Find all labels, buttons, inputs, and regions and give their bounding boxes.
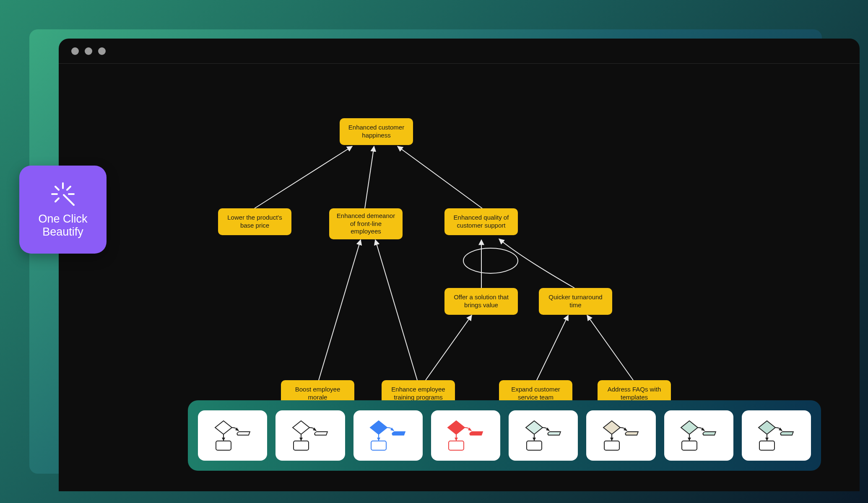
svg-line-11 xyxy=(67,187,70,190)
theme-preview-icon xyxy=(285,417,335,454)
svg-marker-45 xyxy=(610,438,613,441)
node-label: Offer a solution that brings value xyxy=(450,293,513,309)
theme-preview-icon xyxy=(673,417,724,454)
svg-rect-28 xyxy=(371,441,386,450)
sparkle-wand-icon xyxy=(49,181,76,207)
node-label: Address FAQs with templates xyxy=(603,386,666,402)
node-root[interactable]: Enhanced customer happiness xyxy=(340,118,413,145)
svg-line-5 xyxy=(319,240,361,380)
theme-tile-seafoam[interactable] xyxy=(742,410,811,461)
svg-line-2 xyxy=(398,146,482,208)
theme-tile-beige[interactable] xyxy=(586,410,655,461)
svg-rect-18 xyxy=(216,441,231,450)
badge-line2: Beautify xyxy=(42,226,83,239)
svg-marker-55 xyxy=(765,438,769,441)
svg-rect-43 xyxy=(604,441,619,450)
svg-marker-47 xyxy=(681,421,698,434)
node-label: Enhanced quality of customer support xyxy=(450,214,513,230)
node-label: Boost employee morale xyxy=(286,386,349,402)
titlebar xyxy=(59,39,860,64)
svg-line-8 xyxy=(537,315,568,380)
svg-rect-48 xyxy=(682,441,697,450)
svg-line-9 xyxy=(587,315,633,380)
badge-line1: One Click xyxy=(38,213,87,226)
svg-marker-22 xyxy=(293,421,309,434)
theme-preview-icon xyxy=(751,417,801,454)
theme-preview-icon xyxy=(596,417,646,454)
window-dot-max[interactable] xyxy=(98,47,106,55)
node-label: Enhance employee training programs xyxy=(387,386,450,402)
node-label: Expand customer service team xyxy=(504,386,567,402)
svg-marker-25 xyxy=(299,438,303,441)
svg-marker-52 xyxy=(759,421,775,434)
svg-point-4 xyxy=(463,248,518,273)
svg-line-0 xyxy=(255,146,352,208)
node-label: Enhanced demeanor of front-line employee… xyxy=(334,212,398,236)
svg-marker-35 xyxy=(455,438,458,441)
svg-marker-42 xyxy=(603,421,620,434)
svg-rect-53 xyxy=(759,441,774,450)
svg-line-13 xyxy=(55,187,59,190)
node-label: Lower the product's base price xyxy=(223,214,286,230)
theme-tile-red[interactable] xyxy=(431,410,500,461)
node-solution[interactable]: Offer a solution that brings value xyxy=(444,288,518,315)
theme-tile-teal-light[interactable] xyxy=(509,410,578,461)
window-dot-close[interactable] xyxy=(71,47,79,55)
node-lower-price[interactable]: Lower the product's base price xyxy=(218,208,291,235)
svg-marker-32 xyxy=(448,421,465,434)
theme-preview-icon xyxy=(440,417,491,454)
svg-marker-50 xyxy=(688,438,691,441)
svg-line-15 xyxy=(55,198,59,202)
svg-marker-40 xyxy=(533,438,536,441)
theme-tile-white-outline[interactable] xyxy=(198,410,267,461)
svg-line-6 xyxy=(375,240,417,380)
theme-preview-icon xyxy=(208,417,258,454)
beautify-badge[interactable]: One Click Beautify xyxy=(19,166,107,254)
node-label: Quicker turnaround time xyxy=(544,293,607,309)
svg-marker-37 xyxy=(526,421,543,434)
svg-marker-30 xyxy=(377,438,380,441)
node-demeanor[interactable]: Enhanced demeanor of front-line employee… xyxy=(329,208,403,239)
theme-tile-blue[interactable] xyxy=(353,410,423,461)
svg-rect-38 xyxy=(527,441,542,450)
svg-marker-17 xyxy=(215,421,232,434)
node-label: Enhanced customer happiness xyxy=(345,124,408,140)
theme-tile-white-outline-2[interactable] xyxy=(275,410,345,461)
svg-rect-33 xyxy=(449,441,464,450)
svg-line-7 xyxy=(426,315,472,380)
window-dot-min[interactable] xyxy=(85,47,92,55)
theme-tile-mint[interactable] xyxy=(664,410,733,461)
theme-tray xyxy=(188,400,821,471)
theme-preview-icon xyxy=(363,417,413,454)
node-turnaround[interactable]: Quicker turnaround time xyxy=(539,288,612,315)
svg-rect-23 xyxy=(294,441,309,450)
node-quality[interactable]: Enhanced quality of customer support xyxy=(444,208,518,235)
theme-preview-icon xyxy=(518,417,569,454)
svg-marker-20 xyxy=(222,438,225,441)
svg-line-1 xyxy=(365,146,374,208)
svg-line-16 xyxy=(64,195,74,205)
svg-marker-27 xyxy=(370,421,387,434)
